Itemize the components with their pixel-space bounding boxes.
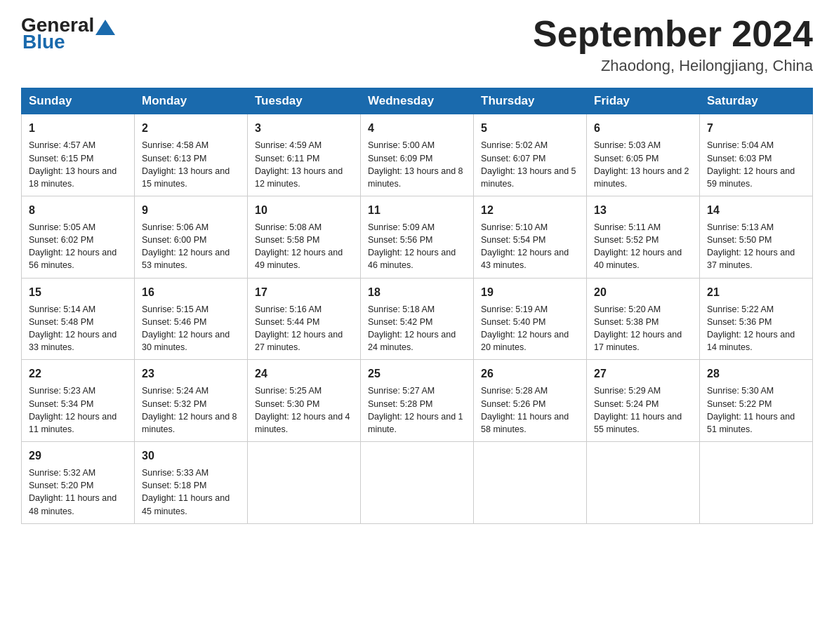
day-details: Sunrise: 4:58 AMSunset: 6:13 PMDaylight:… bbox=[142, 139, 240, 190]
calendar-cell: 9Sunrise: 5:06 AMSunset: 6:00 PMDaylight… bbox=[135, 196, 248, 278]
day-number: 17 bbox=[255, 284, 353, 300]
calendar-cell: 12Sunrise: 5:10 AMSunset: 5:54 PMDayligh… bbox=[474, 196, 587, 278]
day-number: 11 bbox=[368, 202, 466, 218]
day-details: Sunrise: 5:20 AMSunset: 5:38 PMDaylight:… bbox=[594, 303, 692, 354]
weekday-header-monday: Monday bbox=[135, 88, 248, 114]
calendar-week-row: 22Sunrise: 5:23 AMSunset: 5:34 PMDayligh… bbox=[22, 360, 813, 442]
day-number: 25 bbox=[368, 365, 466, 382]
calendar-cell: 29Sunrise: 5:32 AMSunset: 5:20 PMDayligh… bbox=[22, 441, 135, 523]
day-number: 23 bbox=[142, 365, 240, 382]
weekday-header-thursday: Thursday bbox=[474, 88, 587, 114]
calendar-cell: 24Sunrise: 5:25 AMSunset: 5:30 PMDayligh… bbox=[248, 360, 361, 442]
calendar-cell bbox=[474, 441, 587, 523]
calendar-cell: 1Sunrise: 4:57 AMSunset: 6:15 PMDaylight… bbox=[22, 114, 135, 196]
day-details: Sunrise: 5:13 AMSunset: 5:50 PMDaylight:… bbox=[707, 221, 805, 272]
calendar-cell: 15Sunrise: 5:14 AMSunset: 5:48 PMDayligh… bbox=[22, 278, 135, 360]
day-number: 5 bbox=[481, 120, 579, 136]
day-number: 9 bbox=[142, 202, 240, 218]
calendar-cell bbox=[587, 441, 700, 523]
day-details: Sunrise: 5:04 AMSunset: 6:03 PMDaylight:… bbox=[707, 139, 805, 190]
calendar-cell: 22Sunrise: 5:23 AMSunset: 5:34 PMDayligh… bbox=[22, 360, 135, 442]
day-details: Sunrise: 5:11 AMSunset: 5:52 PMDaylight:… bbox=[594, 221, 692, 272]
calendar-cell: 6Sunrise: 5:03 AMSunset: 6:05 PMDaylight… bbox=[587, 114, 700, 196]
calendar-cell bbox=[248, 441, 361, 523]
weekday-header-saturday: Saturday bbox=[700, 88, 813, 114]
calendar-cell: 13Sunrise: 5:11 AMSunset: 5:52 PMDayligh… bbox=[587, 196, 700, 278]
day-details: Sunrise: 5:09 AMSunset: 5:56 PMDaylight:… bbox=[368, 221, 466, 272]
day-number: 6 bbox=[594, 120, 692, 136]
calendar-cell: 21Sunrise: 5:22 AMSunset: 5:36 PMDayligh… bbox=[700, 278, 813, 360]
day-number: 22 bbox=[29, 365, 127, 382]
day-details: Sunrise: 5:29 AMSunset: 5:24 PMDaylight:… bbox=[594, 384, 692, 436]
calendar-cell: 8Sunrise: 5:05 AMSunset: 6:02 PMDaylight… bbox=[22, 196, 135, 278]
page-header: General Blue September 2024 Zhaodong, He… bbox=[21, 14, 813, 75]
calendar-week-row: 8Sunrise: 5:05 AMSunset: 6:02 PMDaylight… bbox=[22, 196, 813, 278]
weekday-header-tuesday: Tuesday bbox=[248, 88, 361, 114]
location-subtitle: Zhaodong, Heilongjiang, China bbox=[533, 57, 813, 75]
day-number: 10 bbox=[255, 202, 353, 218]
day-details: Sunrise: 5:33 AMSunset: 5:18 PMDaylight:… bbox=[142, 467, 240, 518]
calendar-cell: 7Sunrise: 5:04 AMSunset: 6:03 PMDaylight… bbox=[700, 114, 813, 196]
day-details: Sunrise: 5:22 AMSunset: 5:36 PMDaylight:… bbox=[707, 303, 805, 354]
day-details: Sunrise: 5:24 AMSunset: 5:32 PMDaylight:… bbox=[142, 384, 240, 436]
day-details: Sunrise: 5:19 AMSunset: 5:40 PMDaylight:… bbox=[481, 303, 579, 354]
title-block: September 2024 Zhaodong, Heilongjiang, C… bbox=[533, 14, 813, 75]
day-details: Sunrise: 5:08 AMSunset: 5:58 PMDaylight:… bbox=[255, 221, 353, 272]
day-number: 28 bbox=[707, 365, 805, 382]
day-details: Sunrise: 5:18 AMSunset: 5:42 PMDaylight:… bbox=[368, 303, 466, 354]
day-number: 16 bbox=[142, 284, 240, 300]
day-details: Sunrise: 5:27 AMSunset: 5:28 PMDaylight:… bbox=[368, 384, 466, 436]
day-number: 12 bbox=[481, 202, 579, 218]
weekday-header-row: SundayMondayTuesdayWednesdayThursdayFrid… bbox=[22, 88, 813, 114]
logo: General Blue bbox=[21, 14, 117, 53]
calendar-cell: 27Sunrise: 5:29 AMSunset: 5:24 PMDayligh… bbox=[587, 360, 700, 442]
calendar-cell: 25Sunrise: 5:27 AMSunset: 5:28 PMDayligh… bbox=[361, 360, 474, 442]
day-details: Sunrise: 5:25 AMSunset: 5:30 PMDaylight:… bbox=[255, 384, 353, 436]
calendar-cell: 20Sunrise: 5:20 AMSunset: 5:38 PMDayligh… bbox=[587, 278, 700, 360]
logo-triangle-icon bbox=[95, 20, 115, 35]
day-number: 15 bbox=[29, 284, 127, 300]
day-details: Sunrise: 4:57 AMSunset: 6:15 PMDaylight:… bbox=[29, 139, 127, 190]
calendar-cell: 3Sunrise: 4:59 AMSunset: 6:11 PMDaylight… bbox=[248, 114, 361, 196]
day-number: 30 bbox=[142, 448, 240, 464]
day-number: 7 bbox=[707, 120, 805, 136]
day-details: Sunrise: 5:30 AMSunset: 5:22 PMDaylight:… bbox=[707, 384, 805, 436]
weekday-header-friday: Friday bbox=[587, 88, 700, 114]
day-number: 20 bbox=[594, 284, 692, 300]
day-number: 27 bbox=[594, 365, 692, 382]
day-details: Sunrise: 5:10 AMSunset: 5:54 PMDaylight:… bbox=[481, 221, 579, 272]
calendar-cell: 4Sunrise: 5:00 AMSunset: 6:09 PMDaylight… bbox=[361, 114, 474, 196]
day-number: 19 bbox=[481, 284, 579, 300]
day-number: 18 bbox=[368, 284, 466, 300]
logo-blue-text: Blue bbox=[21, 31, 65, 53]
calendar-week-row: 29Sunrise: 5:32 AMSunset: 5:20 PMDayligh… bbox=[22, 441, 813, 523]
day-number: 21 bbox=[707, 284, 805, 300]
day-details: Sunrise: 5:06 AMSunset: 6:00 PMDaylight:… bbox=[142, 221, 240, 272]
day-number: 1 bbox=[29, 120, 127, 136]
calendar-cell: 23Sunrise: 5:24 AMSunset: 5:32 PMDayligh… bbox=[135, 360, 248, 442]
weekday-header-sunday: Sunday bbox=[22, 88, 135, 114]
calendar-table: SundayMondayTuesdayWednesdayThursdayFrid… bbox=[21, 88, 813, 523]
day-number: 29 bbox=[29, 448, 127, 464]
day-number: 26 bbox=[481, 365, 579, 382]
calendar-cell: 14Sunrise: 5:13 AMSunset: 5:50 PMDayligh… bbox=[700, 196, 813, 278]
day-details: Sunrise: 5:32 AMSunset: 5:20 PMDaylight:… bbox=[29, 467, 127, 518]
day-details: Sunrise: 5:23 AMSunset: 5:34 PMDaylight:… bbox=[29, 384, 127, 436]
day-details: Sunrise: 5:00 AMSunset: 6:09 PMDaylight:… bbox=[368, 139, 466, 190]
calendar-cell bbox=[700, 441, 813, 523]
calendar-cell: 10Sunrise: 5:08 AMSunset: 5:58 PMDayligh… bbox=[248, 196, 361, 278]
calendar-week-row: 15Sunrise: 5:14 AMSunset: 5:48 PMDayligh… bbox=[22, 278, 813, 360]
day-details: Sunrise: 5:28 AMSunset: 5:26 PMDaylight:… bbox=[481, 384, 579, 436]
day-number: 13 bbox=[594, 202, 692, 218]
calendar-cell: 11Sunrise: 5:09 AMSunset: 5:56 PMDayligh… bbox=[361, 196, 474, 278]
calendar-cell: 19Sunrise: 5:19 AMSunset: 5:40 PMDayligh… bbox=[474, 278, 587, 360]
month-title: September 2024 bbox=[533, 14, 813, 54]
day-number: 2 bbox=[142, 120, 240, 136]
calendar-cell: 5Sunrise: 5:02 AMSunset: 6:07 PMDaylight… bbox=[474, 114, 587, 196]
calendar-week-row: 1Sunrise: 4:57 AMSunset: 6:15 PMDaylight… bbox=[22, 114, 813, 196]
day-number: 4 bbox=[368, 120, 466, 136]
calendar-cell: 26Sunrise: 5:28 AMSunset: 5:26 PMDayligh… bbox=[474, 360, 587, 442]
calendar-cell: 2Sunrise: 4:58 AMSunset: 6:13 PMDaylight… bbox=[135, 114, 248, 196]
day-details: Sunrise: 5:16 AMSunset: 5:44 PMDaylight:… bbox=[255, 303, 353, 354]
day-details: Sunrise: 5:05 AMSunset: 6:02 PMDaylight:… bbox=[29, 221, 127, 272]
